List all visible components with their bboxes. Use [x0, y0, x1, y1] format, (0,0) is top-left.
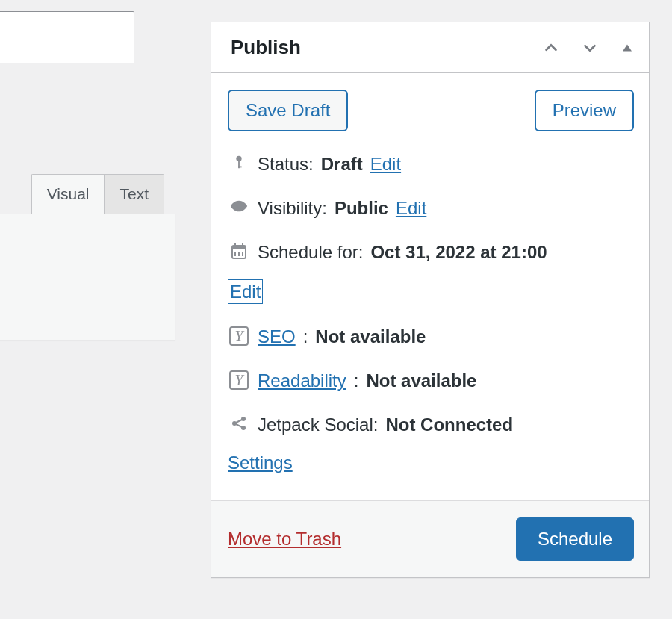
svg-marker-0 [623, 44, 632, 51]
social-value: Not Connected [385, 413, 513, 436]
svg-rect-11 [242, 252, 243, 256]
readability-row: Y Readability: Not available [228, 369, 634, 392]
publish-title: Publish [231, 36, 543, 59]
svg-rect-10 [238, 252, 240, 256]
svg-rect-9 [234, 252, 236, 256]
yoast-icon: Y [228, 326, 250, 346]
editor-tabs: Visual Text [0, 167, 175, 214]
seo-value: Not available [315, 325, 426, 348]
key-icon [228, 154, 250, 170]
save-draft-button[interactable]: Save Draft [228, 90, 348, 131]
chevron-up-icon[interactable] [543, 40, 559, 56]
preview-button[interactable]: Preview [535, 90, 634, 131]
svg-point-1 [236, 156, 241, 161]
schedule-edit-link[interactable]: Edit [228, 279, 263, 304]
svg-rect-3 [238, 167, 242, 168]
readability-link[interactable]: Readability [258, 369, 346, 392]
svg-rect-6 [232, 246, 246, 249]
svg-rect-8 [242, 243, 243, 247]
visibility-edit-link[interactable]: Edit [396, 196, 426, 220]
visibility-row: Visibility: Public Edit [228, 196, 634, 220]
publish-header[interactable]: Publish [211, 22, 649, 73]
social-row: Jetpack Social: Not Connected Settings [228, 413, 634, 474]
editor-body[interactable] [0, 214, 175, 340]
seo-link[interactable]: SEO [258, 325, 296, 348]
status-value: Draft [321, 152, 363, 175]
schedule-button[interactable]: Schedule [516, 517, 634, 561]
publish-body: Save Draft Preview Status: Draft Edit Vi… [211, 73, 649, 500]
svg-line-15 [236, 420, 242, 423]
publish-footer: Move to Trash Schedule [211, 500, 649, 577]
social-settings-link[interactable]: Settings [228, 451, 293, 474]
seo-sep: : [303, 325, 308, 348]
readability-sep: : [354, 369, 359, 392]
title-input[interactable] [0, 11, 134, 63]
visibility-label: Visibility: [258, 196, 327, 220]
schedule-value: Oct 31, 2022 at 21:00 [370, 240, 547, 264]
eye-icon [228, 198, 250, 214]
social-label: Jetpack Social: [258, 413, 378, 436]
readability-value: Not available [366, 369, 476, 392]
tab-text[interactable]: Text [104, 174, 164, 214]
move-to-trash-link[interactable]: Move to Trash [228, 529, 341, 550]
yoast-icon: Y [228, 370, 250, 390]
svg-line-16 [236, 424, 242, 427]
status-label: Status: [258, 152, 314, 175]
status-edit-link[interactable]: Edit [370, 152, 401, 175]
triangle-up-icon[interactable] [620, 41, 634, 55]
publish-metabox: Publish Save Draft Preview Status: Draft… [211, 22, 650, 578]
svg-point-4 [237, 204, 241, 208]
svg-rect-7 [234, 243, 236, 247]
calendar-icon [228, 242, 250, 260]
seo-row: Y SEO: Not available [228, 325, 634, 348]
tab-visual[interactable]: Visual [31, 174, 105, 214]
schedule-row: Schedule for: Oct 31, 2022 at 21:00 Edit [228, 240, 634, 303]
share-icon [228, 414, 250, 432]
visibility-value: Public [335, 196, 388, 220]
schedule-label: Schedule for: [258, 240, 363, 264]
status-row: Status: Draft Edit [228, 152, 634, 175]
editor-tabs-area: Visual Text [0, 167, 175, 340]
chevron-down-icon[interactable] [582, 40, 598, 56]
